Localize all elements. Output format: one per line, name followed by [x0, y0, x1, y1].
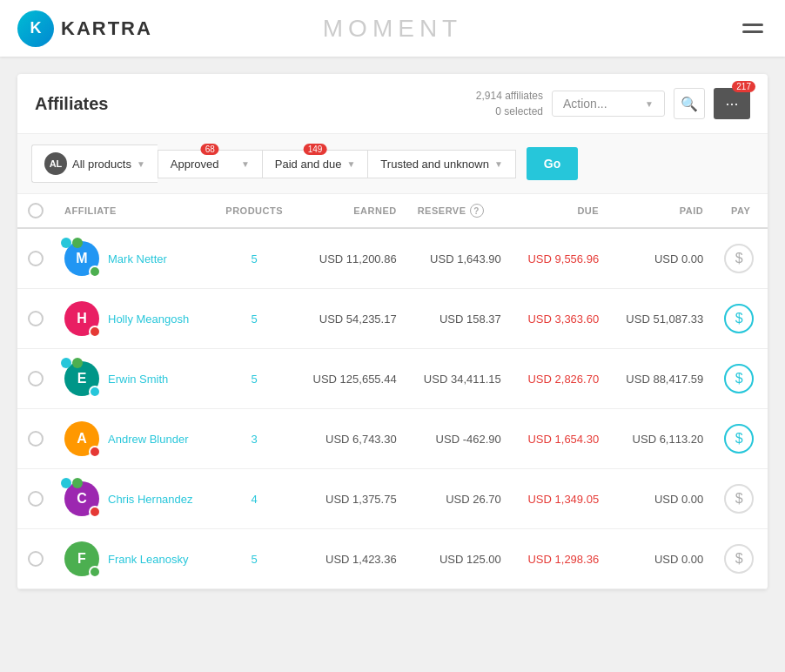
table-row: C Chris Hernandez 4USD 1,375.75USD 26.70…: [17, 469, 768, 529]
select-all-checkbox[interactable]: [28, 203, 44, 218]
paid-cell: USD 0.00: [609, 529, 714, 589]
earned-cell: USD 125,655.44: [296, 349, 407, 409]
row-checkbox-0[interactable]: [28, 251, 44, 266]
pay-button[interactable]: $: [724, 304, 754, 333]
reserve-info-icon[interactable]: ?: [470, 204, 484, 218]
pay-cell: $: [714, 349, 768, 409]
pay-cell: $: [714, 469, 768, 529]
reserve-cell: USD 158.37: [407, 289, 512, 349]
header-products: PRODUCTS: [212, 194, 295, 228]
approved-arrow-icon: ▼: [241, 159, 250, 169]
affiliate-cell: E Erwin Smith: [64, 361, 202, 396]
filter-all-products[interactable]: AL All products ▼: [31, 144, 158, 183]
earned-cell: USD 1,423.36: [296, 529, 407, 589]
affiliate-name[interactable]: Frank Leanosky: [108, 553, 189, 566]
row-checkbox-5[interactable]: [28, 551, 44, 567]
reserve-cell: USD 125.00: [407, 529, 512, 589]
reserve-cell: USD -462.90: [407, 409, 512, 469]
due-cell: USD 9,556.96: [512, 228, 609, 289]
trusted-label: Trusted and unknown: [380, 158, 489, 171]
table-header-row: AFFILIATE PRODUCTS EARNED RESERVE ? DUE …: [17, 194, 768, 228]
ellipsis-icon: ···: [725, 95, 738, 113]
affiliates-table-container: AFFILIATE PRODUCTS EARNED RESERVE ? DUE …: [17, 194, 768, 589]
products-cell: 4: [212, 469, 295, 529]
header-checkbox: [17, 194, 54, 228]
avatar-wrapper: E: [64, 361, 99, 396]
paid-cell: USD 88,417.59: [609, 349, 714, 409]
avatar-badge: [89, 326, 101, 338]
go-button[interactable]: Go: [527, 147, 578, 180]
dollar-icon: $: [735, 551, 743, 567]
moment-text: MOMENT: [323, 15, 462, 43]
card-title: Affiliates: [35, 94, 108, 114]
products-cell: 5: [212, 529, 295, 589]
pay-button[interactable]: $: [724, 484, 754, 514]
header-pay: PAY: [714, 194, 768, 228]
filter-bar: AL All products ▼ 68 Approved ▼ 149 Paid…: [17, 134, 768, 194]
affiliate-cell: F Frank Leanosky: [64, 541, 202, 576]
products-cell: 5: [212, 289, 295, 349]
row-checkbox-1[interactable]: [28, 311, 44, 326]
row-checkbox-3[interactable]: [28, 431, 44, 447]
action-dropdown[interactable]: Action... ▼: [552, 91, 665, 117]
paid-cell: USD 51,087.33: [609, 289, 714, 349]
logo-area: K KARTRA: [17, 10, 152, 47]
row-checkbox-4[interactable]: [28, 491, 44, 507]
pay-button[interactable]: $: [724, 244, 754, 273]
main-content: Affiliates 2,914 affiliates 0 selected A…: [0, 57, 785, 607]
paid-cell: USD 6,113.20: [609, 409, 714, 469]
approved-label: Approved: [171, 158, 219, 171]
products-cell: 3: [212, 409, 295, 469]
pay-cell: $: [714, 228, 768, 289]
paid-cell: USD 0.00: [609, 469, 714, 529]
reserve-cell: USD 34,411.15: [407, 349, 512, 409]
header-right: 2,914 affiliates 0 selected Action... ▼ …: [476, 88, 750, 119]
avatar-badge: [89, 446, 101, 458]
affiliate-name[interactable]: Mark Netter: [108, 252, 167, 265]
filter-approved[interactable]: 68 Approved ▼: [158, 150, 262, 178]
app-header: K KARTRA MOMENT: [0, 0, 785, 57]
affiliates-table: AFFILIATE PRODUCTS EARNED RESERVE ? DUE …: [17, 194, 768, 589]
avatar-wrapper: A: [64, 421, 99, 456]
due-cell: USD 3,363.60: [512, 289, 609, 349]
table-row: H Holly Meangosh 5USD 54,235.17USD 158.3…: [17, 289, 768, 349]
affiliates-count: 2,914 affiliates 0 selected: [476, 88, 543, 119]
hamburger-menu[interactable]: [738, 19, 768, 37]
affiliate-name[interactable]: Holly Meangosh: [108, 312, 189, 326]
more-button[interactable]: 217 ···: [714, 88, 750, 119]
dollar-icon: $: [735, 491, 743, 507]
paid-cell: USD 0.00: [609, 228, 714, 289]
approved-badge: 68: [201, 144, 219, 155]
affiliate-cell: M Mark Netter: [64, 241, 202, 276]
products-cell: 5: [212, 228, 295, 289]
count-number: 2,914 affiliates: [476, 88, 543, 104]
products-cell: 5: [212, 349, 295, 409]
pay-button[interactable]: $: [724, 424, 754, 454]
pay-cell: $: [714, 409, 768, 469]
logo-icon: K: [17, 10, 54, 47]
more-badge: 217: [732, 81, 755, 92]
paid-due-label: Paid and due: [275, 158, 342, 171]
affiliates-card: Affiliates 2,914 affiliates 0 selected A…: [17, 74, 768, 589]
products-arrow-icon: ▼: [137, 159, 145, 169]
paid-due-arrow-icon: ▼: [346, 159, 355, 169]
reserve-cell: USD 1,643.90: [407, 228, 512, 289]
earned-cell: USD 6,743.30: [296, 409, 407, 469]
row-checkbox-2[interactable]: [28, 371, 44, 386]
earned-cell: USD 54,235.17: [296, 289, 407, 349]
search-button[interactable]: 🔍: [674, 88, 705, 119]
affiliate-name[interactable]: Chris Hernandez: [108, 493, 193, 506]
filter-paid-due[interactable]: 149 Paid and due ▼: [262, 150, 368, 178]
logo-text: KARTRA: [61, 17, 152, 40]
affiliate-name[interactable]: Andrew Blunder: [108, 433, 189, 446]
header-due: DUE: [512, 194, 609, 228]
due-cell: USD 2,826.70: [512, 349, 609, 409]
filter-trusted[interactable]: Trusted and unknown ▼: [367, 150, 515, 178]
affiliate-name[interactable]: Erwin Smith: [108, 373, 168, 386]
search-icon: 🔍: [681, 96, 698, 112]
avatar-badge: [89, 566, 101, 578]
pay-button[interactable]: $: [724, 544, 754, 574]
all-products-icon: AL: [44, 152, 67, 175]
pay-button[interactable]: $: [724, 364, 754, 393]
card-header: Affiliates 2,914 affiliates 0 selected A…: [17, 74, 768, 134]
